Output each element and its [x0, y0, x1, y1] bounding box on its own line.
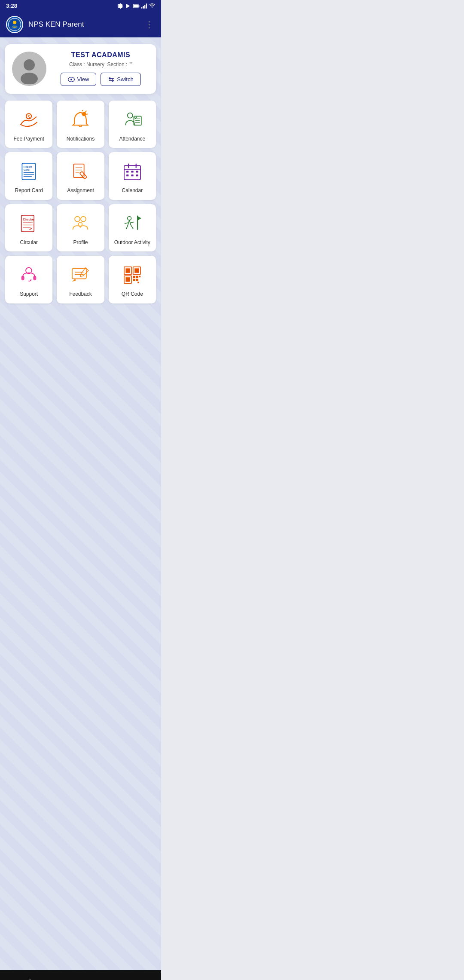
support-icon — [17, 263, 40, 287]
home-button[interactable]: ● — [70, 976, 92, 980]
svg-marker-1 — [126, 3, 130, 8]
svg-rect-70 — [136, 276, 138, 278]
student-info: TEST ACADAMIS Class : Nursery Section : … — [52, 51, 149, 86]
menu-item-attendance[interactable]: Attendance — [109, 101, 156, 148]
svg-rect-6 — [143, 6, 144, 9]
calendar-label: Calendar — [122, 187, 143, 193]
status-time: 3:28 — [6, 3, 17, 9]
menu-item-outdoor-activity[interactable]: Outdoor Activity — [109, 204, 156, 251]
menu-item-circular[interactable]: Circular Circular — [5, 204, 52, 251]
student-avatar — [12, 52, 46, 86]
bottom-nav: ◀ ● ■ — [0, 970, 161, 980]
svg-rect-68 — [125, 277, 130, 282]
svg-text:₹: ₹ — [28, 114, 31, 119]
menu-item-fee-payment[interactable]: ₹ Fee Payment — [5, 101, 52, 148]
app-logo — [6, 16, 23, 33]
svg-point-13 — [24, 59, 35, 70]
recent-apps-button[interactable]: ■ — [124, 976, 146, 980]
menu-item-assignment[interactable]: Assignment — [57, 152, 104, 199]
svg-rect-72 — [136, 279, 138, 281]
svg-rect-71 — [133, 279, 135, 281]
svg-point-52 — [75, 216, 80, 221]
svg-rect-3 — [138, 5, 139, 7]
app-title: NPS KEN Parent — [28, 20, 138, 29]
svg-point-20 — [128, 113, 133, 118]
svg-point-56 — [128, 216, 131, 220]
svg-rect-42 — [131, 171, 133, 173]
menu-item-report-card[interactable]: Report Card Report Card — [5, 152, 52, 199]
report-card-label: Report Card — [15, 187, 43, 193]
svg-rect-46 — [136, 175, 138, 176]
profile-icon — [69, 212, 92, 235]
fee-payment-icon: ₹ — [17, 108, 40, 132]
profile-label: Profile — [73, 239, 88, 245]
switch-icon — [108, 77, 115, 83]
circular-icon: Circular — [17, 212, 40, 235]
svg-rect-73 — [139, 276, 140, 277]
svg-rect-60 — [72, 269, 86, 279]
feedback-icon — [69, 263, 92, 287]
app-bar: NPS KEN Parent ⋮ — [0, 12, 161, 37]
svg-rect-44 — [126, 175, 128, 176]
feedback-label: Feedback — [69, 291, 92, 297]
status-icons — [117, 3, 155, 9]
notifications-label: Notifications — [67, 136, 95, 142]
svg-rect-31 — [74, 164, 84, 178]
switch-button[interactable]: Switch — [101, 73, 140, 86]
battery-icon — [133, 4, 140, 8]
outdoor-activity-label: Outdoor Activity — [114, 239, 150, 245]
more-options-button[interactable]: ⋮ — [143, 18, 155, 31]
svg-rect-58 — [21, 276, 24, 280]
svg-text:Card: Card — [24, 169, 30, 172]
svg-point-19 — [82, 112, 86, 116]
outdoor-activity-icon — [121, 212, 144, 235]
menu-item-notifications[interactable]: Notifications — [57, 101, 104, 148]
circular-label: Circular — [20, 239, 37, 245]
card-buttons: View Switch — [52, 73, 149, 86]
menu-item-calendar[interactable]: Calendar — [109, 152, 156, 199]
avatar-icon — [14, 54, 44, 84]
calendar-icon — [121, 160, 144, 183]
assignment-label: Assignment — [67, 187, 94, 193]
svg-rect-74 — [137, 282, 139, 283]
attendance-icon — [121, 108, 144, 132]
fee-payment-label: Fee Payment — [13, 136, 44, 142]
menu-item-feedback[interactable]: Feedback — [57, 256, 104, 303]
svg-text:Report: Report — [24, 166, 32, 168]
svg-text:Circular: Circular — [23, 218, 34, 221]
assignment-icon — [69, 160, 92, 183]
svg-rect-66 — [134, 269, 139, 273]
report-card-icon: Report Card — [17, 160, 40, 183]
notifications-icon — [69, 108, 92, 132]
svg-rect-69 — [133, 276, 135, 278]
play-icon — [125, 3, 131, 9]
main-content: TEST ACADAMIS Class : Nursery Section : … — [0, 37, 161, 970]
nps-logo-icon — [8, 18, 21, 31]
view-button[interactable]: View — [61, 73, 96, 86]
svg-rect-4 — [133, 4, 138, 7]
settings-icon — [117, 3, 123, 9]
qr-code-label: QR Code — [122, 291, 143, 297]
wifi-icon — [149, 3, 155, 9]
support-label: Support — [20, 291, 38, 297]
svg-rect-43 — [136, 171, 138, 173]
svg-rect-41 — [126, 171, 128, 173]
svg-rect-7 — [144, 5, 145, 9]
signal-icon — [141, 3, 147, 9]
svg-rect-59 — [34, 276, 37, 280]
svg-rect-64 — [125, 269, 130, 273]
attendance-label: Attendance — [119, 136, 145, 142]
svg-point-54 — [79, 222, 82, 226]
eye-icon — [68, 77, 75, 82]
menu-item-qr-code[interactable]: QR Code — [109, 256, 156, 303]
qr-code-icon — [121, 263, 144, 287]
svg-rect-8 — [146, 3, 147, 9]
status-bar: 3:28 — [0, 0, 161, 12]
menu-item-support[interactable]: Support — [5, 256, 52, 303]
svg-point-16 — [70, 79, 72, 80]
menu-grid: ₹ Fee Payment Notifications — [5, 101, 156, 303]
student-class: Class : Nursery Section : "" — [52, 61, 149, 67]
svg-rect-5 — [141, 7, 142, 8]
back-button[interactable]: ◀ — [16, 975, 39, 980]
menu-item-profile[interactable]: Profile — [57, 204, 104, 251]
